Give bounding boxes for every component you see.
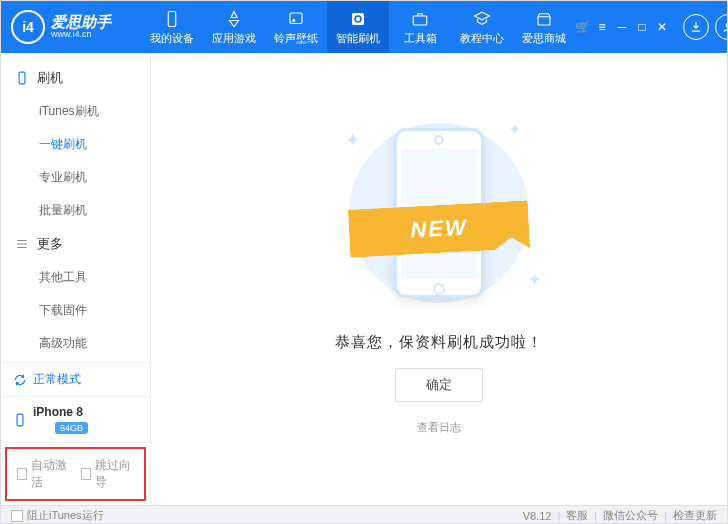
download-icon[interactable] [683,14,709,40]
mode-label: 正常模式 [33,371,81,388]
svg-rect-1 [290,13,302,24]
skip-guide-checkbox[interactable]: 跳过向导 [81,457,135,491]
phone-icon [15,71,29,85]
nav-ringtone[interactable]: 铃声壁纸 [265,1,327,53]
nav-flash[interactable]: 智能刷机 [327,1,389,53]
nav-label: 我的设备 [150,31,194,46]
menu-icon[interactable]: ≡ [595,20,609,34]
window-controls: 🛒 ≡ ─ □ ✕ [575,20,669,34]
svg-point-2 [292,19,295,22]
sidebar-item-pro[interactable]: 专业刷机 [1,161,150,194]
sidebar-item-advanced[interactable]: 高级功能 [1,327,150,360]
sidebar-group-more: 更多 [1,227,150,261]
app-name: 爱思助手 [51,14,111,31]
status-bar: 阻止iTunes运行 V8.12 | 客服 | 微信公众号 | 检查更新 [1,505,727,524]
nav-tools[interactable]: 工具箱 [389,1,451,53]
sidebar-item-firmware[interactable]: 下载固件 [1,294,150,327]
auto-activate-checkbox[interactable]: 自动激活 [17,457,71,491]
nav-tutorial[interactable]: 教程中心 [451,1,513,53]
nav-label: 教程中心 [460,31,504,46]
options-row: 自动激活 跳过向导 [5,447,146,501]
top-nav: 我的设备 应用游戏 铃声壁纸 智能刷机 工具箱 教程中心 爱思商城 [141,1,575,53]
wechat-link[interactable]: 微信公众号 [603,508,658,523]
svg-rect-4 [413,16,427,25]
star-icon: ✦ [528,270,541,289]
sidebar-item-onekey[interactable]: 一键刷机 [1,128,150,161]
nav-label: 爱思商城 [522,31,566,46]
group-title: 刷机 [37,69,63,87]
star-icon: ✦ [345,129,360,151]
svg-rect-8 [17,414,23,426]
support-link[interactable]: 客服 [566,508,588,523]
toolbox-icon [411,9,429,29]
close-button[interactable]: ✕ [655,20,669,34]
block-itunes-checkbox[interactable]: 阻止iTunes运行 [11,508,104,523]
more-icon [15,237,29,251]
maximize-button[interactable]: □ [635,20,649,34]
ok-button[interactable]: 确定 [395,368,483,402]
star-icon: ✦ [509,121,521,137]
nav-apps[interactable]: 应用游戏 [203,1,265,53]
svg-rect-7 [19,72,25,84]
storage-badge: 64GB [55,422,88,434]
success-illustration: ✦ ✦ ✦ NEW [319,113,559,313]
app-logo: i4 爱思助手 www.i4.cn [11,10,141,44]
version-label: V8.12 [523,510,552,522]
sidebar: 刷机 iTunes刷机 一键刷机 专业刷机 批量刷机 更多 其他工具 下载固件 … [1,53,151,505]
cart-icon[interactable]: 🛒 [575,20,589,34]
user-icon[interactable] [715,14,728,40]
nav-label: 铃声壁纸 [274,31,318,46]
update-link[interactable]: 检查更新 [673,508,717,523]
nav-label: 工具箱 [404,31,437,46]
sidebar-item-other[interactable]: 其他工具 [1,261,150,294]
logo-icon: i4 [11,10,45,44]
sidebar-item-batch[interactable]: 批量刷机 [1,194,150,227]
group-title: 更多 [37,235,63,253]
device-icon [163,9,181,29]
device-mode[interactable]: 正常模式 [1,363,150,397]
success-message: 恭喜您，保资料刷机成功啦！ [335,333,543,352]
nav-label: 应用游戏 [212,31,256,46]
mall-icon [535,9,553,29]
svg-rect-3 [352,13,364,25]
flash-icon [349,9,367,29]
apps-icon [225,9,243,29]
main-content: ✦ ✦ ✦ NEW 恭喜您，保资料刷机成功啦！ 确定 查看日志 [151,53,727,505]
refresh-icon [13,373,27,387]
app-url: www.i4.cn [51,30,111,40]
tutorial-icon [473,9,491,29]
nav-device[interactable]: 我的设备 [141,1,203,53]
device-info[interactable]: iPhone 8 64GB [1,397,150,443]
nav-label: 智能刷机 [336,31,380,46]
minimize-button[interactable]: ─ [615,20,629,34]
svg-rect-5 [538,16,550,24]
ringtone-icon [287,9,305,29]
title-bar: i4 爱思助手 www.i4.cn 我的设备 应用游戏 铃声壁纸 智能刷机 工具… [1,1,727,53]
sidebar-group-flash: 刷机 [1,61,150,95]
svg-rect-0 [168,11,176,26]
sidebar-item-itunes[interactable]: iTunes刷机 [1,95,150,128]
phone-icon [13,413,27,427]
view-log-link[interactable]: 查看日志 [417,420,461,435]
device-name: iPhone 8 [33,405,88,419]
nav-mall[interactable]: 爱思商城 [513,1,575,53]
